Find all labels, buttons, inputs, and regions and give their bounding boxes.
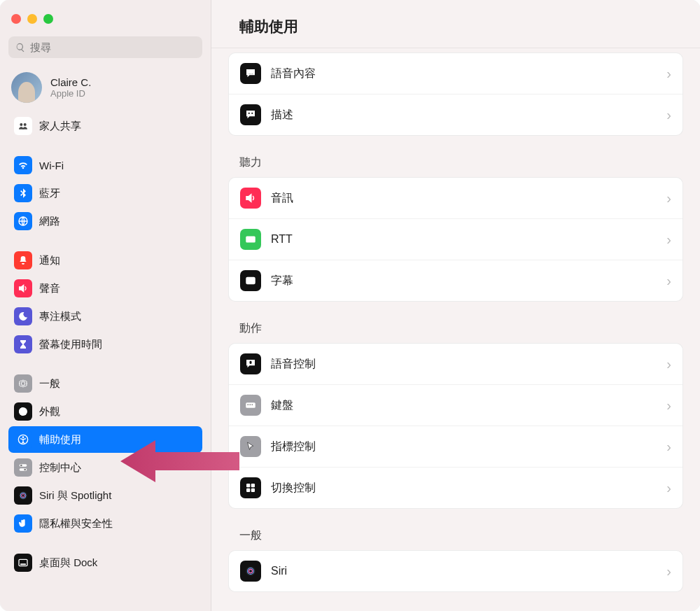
settings-row-spoken[interactable]: …語音內容› [229,53,682,94]
apple-id-account[interactable]: Claire C. Apple ID [8,68,202,113]
sidebar-item-focus[interactable]: 專注模式 [8,303,202,330]
settings-row-label: 語音內容 [271,66,657,81]
family-icon [14,117,32,135]
sidebar-item-label: Siri 與 Spotlight [39,489,111,503]
settings-row-switch[interactable]: 切換控制› [229,468,682,508]
contrast-icon [14,402,32,421]
cursor-icon [240,436,261,457]
settings-row-voicectl[interactable]: 語音控制› [229,344,682,385]
switches-icon [14,458,32,477]
settings-group: …語音內容›描述› [228,52,683,136]
section-title: 一般 [228,509,683,550]
settings-row-rtt[interactable]: RTT› [229,219,682,260]
sidebar-item-general[interactable]: 一般 [8,370,202,397]
dock-icon [14,554,32,572]
svg-rect-24 [251,281,254,283]
settings-row-label: RTT [271,233,657,246]
sidebar-item-privacy[interactable]: 隱私權與安全性 [8,510,202,537]
accessibility-icon [14,430,32,449]
sidebar-item-label: 控制中心 [39,461,81,475]
sidebar-item-label: 外觀 [39,405,60,419]
captions-icon [240,270,261,291]
sidebar-item-screentime[interactable]: 螢幕使用時間 [8,331,202,358]
settings-row-pointer[interactable]: 指標控制› [229,426,682,468]
svg-rect-28 [250,405,251,406]
svg-point-0 [20,123,22,126]
sidebar-item-sound[interactable]: 聲音 [8,275,202,302]
siri-icon [240,561,261,582]
sidebar-item-wifi[interactable]: Wi-Fi [8,152,202,178]
svg-text:…: … [248,70,253,75]
section-title: 動作 [228,302,683,343]
close-window-button[interactable] [11,14,21,24]
svg-rect-27 [248,405,249,406]
moon-icon [14,307,32,325]
sidebar-item-label: 專注模式 [39,310,81,323]
sidebar: Claire C. Apple ID 家人共享Wi-Fi藍牙網路通知聲音專注模式… [0,0,211,611]
settings-row-keyboard[interactable]: 鍵盤› [229,385,682,426]
sidebar-item-label: Wi-Fi [39,160,64,171]
sidebar-item-bluetooth[interactable]: 藍牙 [8,180,202,206]
chevron-right-icon: › [666,232,671,248]
descbubble-icon [240,104,261,125]
sidebar-item-network[interactable]: 網路 [8,208,202,234]
account-name: Claire C. [50,76,91,88]
search-icon [15,42,26,53]
minimize-window-button[interactable] [27,14,37,24]
sidebar-item-label: 一般 [39,377,60,391]
svg-point-5 [22,436,24,438]
settings-group: 語音控制›鍵盤›指標控制›切換控制› [228,343,683,509]
sidebar-list: 家人共享Wi-Fi藍牙網路通知聲音專注模式螢幕使用時間一般外觀輔助使用控制中心S… [8,113,202,577]
sidebar-item-label: 網路 [39,215,60,228]
sidebar-item-label: 藍牙 [39,187,60,200]
sidebar-item-label: 輔助使用 [39,433,81,447]
sidebar-item-siri[interactable]: Siri 與 Spotlight [8,482,202,509]
section-title: 聽力 [228,136,683,177]
search-field[interactable] [8,36,202,58]
svg-rect-31 [251,484,255,487]
bell-icon [14,251,32,269]
settings-row-label: 音訊 [271,191,657,206]
chevron-right-icon: › [666,439,671,455]
speechbubble-icon: … [240,63,261,84]
svg-rect-20 [250,239,251,240]
sidebar-item-accessibility[interactable]: 輔助使用 [8,426,202,453]
sidebar-item-notif[interactable]: 通知 [8,247,202,274]
gear-icon [14,374,32,393]
sidebar-item-label: 隱私權與安全性 [39,517,113,531]
chevron-right-icon: › [666,356,671,372]
settings-row-captions[interactable]: 字幕› [229,260,682,301]
chevron-right-icon: › [666,398,671,414]
svg-rect-19 [248,239,249,240]
svg-rect-25 [250,361,252,365]
siri-icon [14,486,32,505]
zoom-window-button[interactable] [43,14,53,24]
sidebar-item-appearance[interactable]: 外觀 [8,398,202,425]
settings-row-siri2[interactable]: Siri› [229,551,682,591]
sidebar-item-control[interactable]: 控制中心 [8,454,202,481]
settings-group: Siri› [228,550,683,592]
search-input[interactable] [30,41,195,53]
globe-icon [14,212,32,230]
sidebar-item-family[interactable]: 家人共享 [8,113,202,139]
bluetooth-icon [14,184,32,202]
settings-row-label: 描述 [271,108,657,122]
settings-row-label: 語音控制 [271,357,657,372]
sidebar-item-desktop[interactable]: 桌面與 Dock [8,549,202,576]
main-pane: 輔助使用 …語音內容›描述›聽力音訊›RTT›字幕›動作語音控制›鍵盤›指標控制… [211,0,700,611]
settings-row-audio[interactable]: 音訊› [229,178,682,219]
chevron-right-icon: › [666,563,671,580]
svg-rect-21 [252,239,253,240]
rtt-icon [240,229,261,250]
page-title: 輔助使用 [211,0,700,48]
settings-row-desc[interactable]: 描述› [229,94,682,135]
hand-icon [14,514,32,533]
main-body[interactable]: …語音內容›描述›聽力音訊›RTT›字幕›動作語音控制›鍵盤›指標控制›切換控制… [211,48,700,611]
svg-point-8 [20,465,22,467]
sidebar-item-label: 家人共享 [39,120,81,133]
svg-point-16 [248,113,250,114]
svg-point-9 [24,469,26,471]
chevron-right-icon: › [666,480,671,496]
chevron-right-icon: › [666,273,671,289]
sidebar-item-label: 螢幕使用時間 [39,338,102,351]
